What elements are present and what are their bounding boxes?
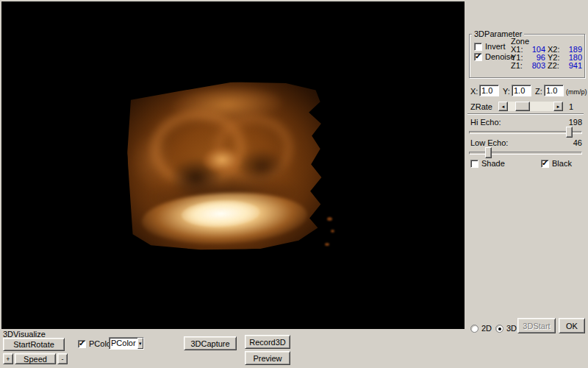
ultrasound-speck xyxy=(327,217,332,221)
pcolor-combobox[interactable]: PColor ▼ xyxy=(109,337,144,350)
scale-x-input[interactable] xyxy=(479,85,499,96)
ultrasound-render xyxy=(124,78,329,254)
ultrasound-speck xyxy=(331,230,334,233)
denoise-checkbox-box[interactable] xyxy=(474,53,482,61)
zone-z1-value: 803 xyxy=(527,62,548,70)
scale-z-input[interactable] xyxy=(544,85,564,96)
zrate-scrollbar-thumb[interactable] xyxy=(515,102,530,111)
invert-checkbox[interactable]: Invert xyxy=(474,42,506,51)
3dstart-button[interactable]: 3DStart xyxy=(517,318,556,333)
mode-3d-radio[interactable]: 3D xyxy=(495,324,517,333)
scroll-left-icon[interactable]: ◄ xyxy=(498,102,508,111)
hi-echo-slider-track[interactable] xyxy=(469,131,582,134)
visualize-panel: 3DVisualize StartRotate + Speed - PColor… xyxy=(0,329,465,368)
low-echo-slider-thumb[interactable] xyxy=(485,147,492,158)
parameter-groupbox: 3DParameter Invert Denoise Zone X1: 104 … xyxy=(469,34,585,78)
black-label: Black xyxy=(552,159,572,168)
record-3d-button[interactable]: Record3D xyxy=(245,335,290,349)
ultrasound-volume xyxy=(124,78,329,254)
preview-button[interactable]: Preview xyxy=(245,351,290,365)
pcolor-checkbox-box[interactable] xyxy=(78,340,86,348)
mode-2d-label: 2D xyxy=(481,324,492,333)
speed-decrease-button[interactable]: - xyxy=(57,353,68,364)
denoise-checkbox[interactable]: Denoise xyxy=(474,52,514,61)
zone-values: X1: 104 X2: 189 Y1: 96 Y2: 180 Z1: 803 Z… xyxy=(511,46,584,70)
scale-y-input[interactable] xyxy=(512,85,531,96)
mode-3d-label: 3D xyxy=(506,324,517,333)
render-viewport[interactable] xyxy=(1,1,465,329)
low-echo-label: Low Echo: xyxy=(470,138,508,147)
dropdown-icon[interactable]: ▼ xyxy=(137,338,143,349)
hi-echo-value: 198 xyxy=(557,118,582,127)
parameter-panel: 3DParameter Invert Denoise Zone X1: 104 … xyxy=(465,0,588,368)
speed-button[interactable]: Speed xyxy=(15,353,56,364)
invert-label: Invert xyxy=(485,42,506,51)
capture-3d-button[interactable]: 3DCapture xyxy=(184,336,237,350)
zone-z2-value: 941 xyxy=(564,62,584,70)
pcolor-combobox-value: PColor xyxy=(110,338,137,349)
hi-echo-slider[interactable] xyxy=(469,127,582,138)
hi-echo-label: Hi Echo: xyxy=(470,118,501,127)
hi-echo-slider-thumb[interactable] xyxy=(566,127,573,138)
scale-y-label: Y: xyxy=(503,87,510,96)
speed-increase-button[interactable]: + xyxy=(3,353,13,364)
zone-z2-label: Z2: xyxy=(548,62,564,70)
zone-z1-label: Z1: xyxy=(511,62,527,70)
separator xyxy=(467,113,584,115)
low-echo-value: 46 xyxy=(557,138,582,147)
zrate-scrollbar[interactable]: ◄ ► xyxy=(498,102,563,111)
scale-z-label: Z: xyxy=(535,87,542,96)
mode-2d-radio-circle[interactable] xyxy=(470,325,478,333)
scroll-right-icon[interactable]: ► xyxy=(553,102,563,111)
ultrasound-speck xyxy=(325,243,329,246)
start-rotate-button[interactable]: StartRotate xyxy=(3,338,65,351)
ok-button[interactable]: OK xyxy=(559,318,585,333)
low-echo-slider[interactable] xyxy=(469,147,582,158)
black-checkbox[interactable]: Black xyxy=(541,159,572,168)
shade-checkbox-box[interactable] xyxy=(470,160,478,168)
zrate-value: 1 xyxy=(569,102,573,111)
mode-2d-radio[interactable]: 2D xyxy=(470,324,492,333)
black-checkbox-box[interactable] xyxy=(541,160,549,168)
invert-checkbox-box[interactable] xyxy=(474,43,482,51)
scale-x-label: X: xyxy=(470,87,478,96)
zrate-label: ZRate xyxy=(470,102,492,111)
scale-unit-label: (mm/p) xyxy=(566,88,587,96)
shade-checkbox[interactable]: Shade xyxy=(470,159,505,168)
zrate-scrollbar-track[interactable] xyxy=(508,102,553,111)
shade-label: Shade xyxy=(481,159,505,168)
mode-3d-radio-circle[interactable] xyxy=(495,325,503,333)
